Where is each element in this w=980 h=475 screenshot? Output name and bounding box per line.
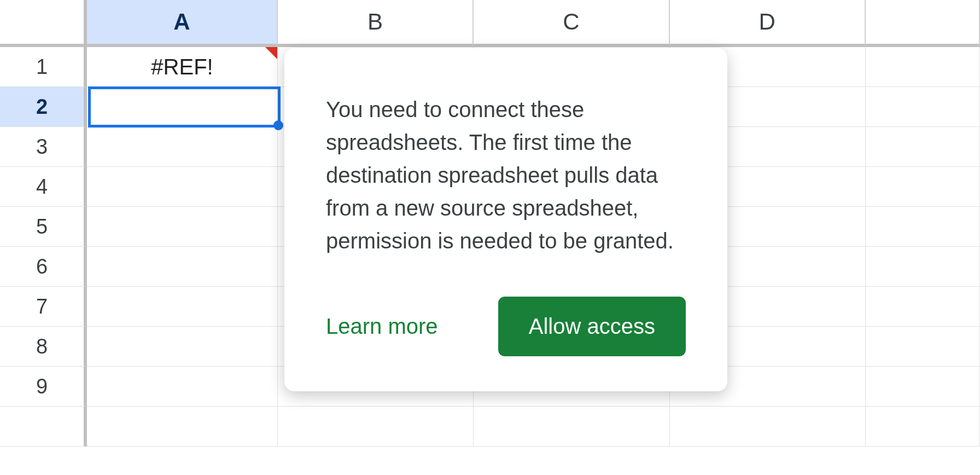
popup-actions: Learn more Allow access: [326, 297, 686, 356]
cell-a5[interactable]: [87, 207, 277, 247]
row-header-4[interactable]: 4: [0, 167, 87, 207]
row-header-8[interactable]: 8: [0, 327, 87, 367]
popup-message: You need to connect these spreadsheets. …: [326, 93, 686, 257]
cell-e6[interactable]: [866, 247, 980, 287]
cell-a1-value: #REF!: [151, 55, 213, 79]
select-all-corner[interactable]: [0, 0, 87, 47]
row-header-6[interactable]: 6: [0, 247, 87, 287]
cell-e7[interactable]: [866, 287, 980, 327]
cell-a2[interactable]: [87, 87, 277, 127]
cell-e10[interactable]: [866, 407, 980, 447]
cell-e4[interactable]: [866, 167, 980, 207]
column-header-c[interactable]: C: [474, 0, 669, 47]
column-header-e[interactable]: [866, 0, 980, 47]
row-header-7[interactable]: 7: [0, 287, 87, 327]
cell-a6[interactable]: [87, 247, 277, 287]
cell-e3[interactable]: [866, 127, 980, 167]
row-header-3[interactable]: 3: [0, 127, 87, 167]
cell-e2[interactable]: [866, 87, 980, 127]
cell-e9[interactable]: [866, 367, 980, 407]
cell-e5[interactable]: [866, 207, 980, 247]
cell-e1[interactable]: [866, 47, 980, 87]
permission-popup: You need to connect these spreadsheets. …: [284, 48, 727, 391]
cell-a9[interactable]: [87, 367, 277, 407]
error-indicator-icon[interactable]: [265, 47, 277, 59]
learn-more-link[interactable]: Learn more: [326, 314, 438, 339]
cell-b10[interactable]: [278, 407, 474, 447]
column-header-d[interactable]: D: [670, 0, 866, 47]
row-header-2[interactable]: 2: [0, 87, 87, 127]
cell-a1[interactable]: #REF!: [87, 47, 277, 87]
cell-a4[interactable]: [87, 167, 277, 207]
column-header-b[interactable]: B: [278, 0, 474, 47]
cell-a7[interactable]: [87, 287, 277, 327]
row-header-1[interactable]: 1: [0, 47, 87, 87]
cell-d10[interactable]: [670, 407, 866, 447]
row-header-5[interactable]: 5: [0, 207, 87, 247]
row-header-10[interactable]: [0, 407, 87, 447]
column-header-row: A B C D: [0, 0, 980, 47]
cell-a10[interactable]: [87, 407, 277, 447]
cell-a3[interactable]: [87, 127, 277, 167]
cell-c10[interactable]: [474, 407, 669, 447]
row-header-9[interactable]: 9: [0, 367, 87, 407]
column-header-a[interactable]: A: [87, 0, 277, 47]
cell-e8[interactable]: [866, 327, 980, 367]
cell-a8[interactable]: [87, 327, 277, 367]
allow-access-button[interactable]: Allow access: [498, 297, 686, 356]
row-10: [0, 407, 980, 447]
